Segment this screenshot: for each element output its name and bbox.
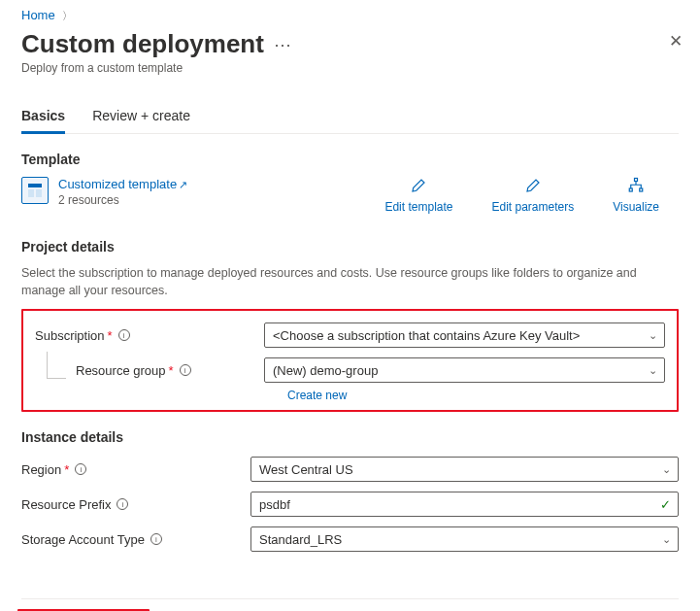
page-subtitle: Deploy from a custom template <box>21 61 679 75</box>
external-link-icon: ↗ <box>179 179 187 190</box>
svg-rect-0 <box>28 184 42 187</box>
close-button[interactable]: ✕ <box>669 31 683 51</box>
hierarchy-icon <box>627 177 645 194</box>
template-heading: Template <box>21 152 679 167</box>
info-icon[interactable]: i <box>118 329 130 341</box>
svg-rect-1 <box>28 189 34 197</box>
svg-rect-4 <box>629 188 632 191</box>
edit-template-button[interactable]: Edit template <box>384 177 452 214</box>
edit-template-label: Edit template <box>384 200 452 214</box>
create-new-link[interactable]: Create new <box>287 389 665 402</box>
tree-elbow-icon <box>47 352 66 379</box>
svg-rect-3 <box>635 179 638 182</box>
resource-prefix-label: Resource Prefix i <box>21 497 250 512</box>
breadcrumb-home[interactable]: Home <box>21 8 55 22</box>
template-icon <box>21 177 49 204</box>
storage-account-type-label: Storage Account Type i <box>21 532 250 547</box>
resource-group-select[interactable] <box>264 357 665 383</box>
pencil-icon <box>524 177 542 194</box>
tab-review-create[interactable]: Review + create <box>92 102 190 133</box>
visualize-label: Visualize <box>613 200 659 214</box>
info-icon[interactable]: i <box>150 533 162 545</box>
project-details-description: Select the subscription to manage deploy… <box>21 264 643 299</box>
breadcrumb: Home 〉 <box>21 8 679 23</box>
more-actions-button[interactable]: ⋯ <box>274 34 291 55</box>
subscription-select[interactable] <box>264 322 665 348</box>
project-details-heading: Project details <box>21 239 679 255</box>
chevron-right-icon: 〉 <box>62 10 73 21</box>
resource-group-label: Resource group* i <box>35 363 264 378</box>
highlight-project-details: Subscription* i ⌄ Resource group* i ⌄ Cr… <box>21 309 679 412</box>
visualize-button[interactable]: Visualize <box>613 177 659 214</box>
template-resource-count: 2 resources <box>58 193 187 207</box>
info-icon[interactable]: i <box>117 498 128 510</box>
info-icon[interactable]: i <box>180 364 191 376</box>
edit-parameters-label: Edit parameters <box>491 200 574 214</box>
customized-template-link[interactable]: Customized template↗ <box>58 177 187 191</box>
resource-prefix-input[interactable] <box>250 492 679 517</box>
region-label: Region* i <box>21 462 250 477</box>
storage-account-type-select[interactable] <box>250 526 679 552</box>
instance-details-heading: Instance details <box>21 429 679 445</box>
tabs: Basics Review + create <box>21 102 679 134</box>
svg-rect-2 <box>36 189 42 197</box>
footer-actions: Review + create < Previous Next : Review… <box>21 598 679 611</box>
customized-template-label: Customized template <box>58 177 177 191</box>
page-title: Custom deployment <box>21 29 264 59</box>
subscription-label: Subscription* i <box>35 328 264 343</box>
svg-rect-5 <box>640 188 643 191</box>
pencil-icon <box>410 177 427 194</box>
region-select[interactable] <box>250 457 679 482</box>
edit-parameters-button[interactable]: Edit parameters <box>491 177 574 214</box>
info-icon[interactable]: i <box>75 463 86 475</box>
tab-basics[interactable]: Basics <box>21 102 65 133</box>
